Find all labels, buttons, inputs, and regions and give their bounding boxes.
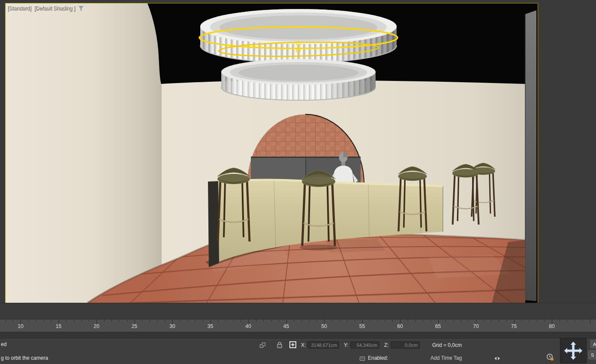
ruler-tick [142,319,142,322]
ruler-tick [430,319,431,322]
ruler-tick [172,319,173,323]
ruler-label: 25 [132,323,137,329]
ruler-label: 50 [321,323,327,329]
ruler-tick [241,319,241,322]
ruler-tick [309,319,310,322]
prompt-line: ed [1,341,6,347]
enabled-label: Enabled: [368,355,388,361]
ruler-tick [195,319,196,322]
pan-view-button[interactable] [560,338,587,363]
ruler-tick [104,319,105,322]
ruler-label: 60 [397,323,403,329]
ruler-tick [59,319,59,323]
status-bar: ed g to orbit the camera X: 3148,671cm Y… [0,339,596,364]
time-configuration-icon[interactable] [546,353,554,361]
ruler-tick [491,319,491,322]
viewport-point-of-view-label[interactable]: [Standard] [7,5,31,11]
ruler-tick [537,319,537,322]
ruler-tick [339,319,340,322]
ruler-tick [529,319,530,322]
counter-end-panel [208,181,219,267]
wall-edge[interactable] [525,10,536,301]
z-coordinate-label: Z: [384,342,389,348]
track-bar[interactable] [0,303,596,319]
ruler-tick [544,319,545,322]
ruler-tick [582,319,583,322]
ruler-tick [286,319,287,323]
ruler-tick [370,319,370,322]
viewport[interactable]: [Standard] [Default Shading ] [5,3,538,303]
ruler-label: 40 [245,323,251,329]
ruler-label: 80 [549,323,554,329]
ruler-tick [51,319,51,322]
y-coordinate-label: Y: [344,342,349,348]
ruler-tick [484,319,484,322]
viewport-canvas[interactable] [6,3,538,303]
ruler-tick [415,319,415,322]
ruler-label: 70 [473,323,479,329]
viewport-shading-label[interactable]: [Default Shading ] [34,5,75,11]
ruler-label: 15 [56,323,61,329]
ruler-tick [203,319,203,322]
ruler-tick [423,319,423,322]
timeline-divider [0,332,596,340]
ruler-tick [362,319,363,323]
ruler-tick [575,319,575,322]
ruler-tick [400,319,400,323]
ruler-tick [476,319,476,323]
absolute-mode-icon[interactable] [288,340,298,349]
ruler-tick [256,319,256,322]
ruler-tick [279,319,279,322]
ruler-tick [324,319,325,323]
ruler-label: 30 [169,323,175,329]
timeline-ruler[interactable]: 101520253035404550556065707580 [0,319,596,333]
ruler-label: 20 [93,323,99,329]
ruler-tick [499,319,499,322]
ruler-label: 10 [18,323,23,329]
ruler-tick [233,319,234,322]
key-step-arrows-icon[interactable] [493,356,501,361]
x-coordinate-field[interactable]: 3148,671cm [307,341,339,349]
isolate-selection-icon[interactable] [258,342,268,349]
ruler-tick [89,319,89,322]
ruler-tick [271,319,271,322]
ruler-tick [506,319,507,322]
ruler-tick [211,319,211,323]
ruler-tick [590,319,590,323]
ruler-tick [135,319,135,323]
ruler-tick [96,319,97,323]
truncated-button-a[interactable]: A [590,340,596,348]
ruler-label: 75 [511,323,517,329]
time-tag-icon [359,355,365,361]
truncated-button-s[interactable]: S [588,350,596,359]
ruler-tick [36,319,36,322]
ruler-tick [347,319,347,322]
ruler-tick [218,319,218,322]
ruler-tick [521,319,522,322]
ruler-tick [165,319,165,322]
z-coordinate-field[interactable]: 0,0cm [391,341,420,349]
y-coordinate-field[interactable]: 54,345cm [350,341,379,349]
selection-lock-icon[interactable] [276,341,283,349]
add-time-tag-button[interactable]: Add Time Tag [430,355,462,361]
ruler-tick [461,319,461,322]
ruler-tick [567,319,567,322]
ruler-tick [301,319,302,322]
ruler-tick [187,319,188,322]
left-curved-wall[interactable] [6,3,162,303]
ruler-tick [445,319,446,322]
ruler-tick [21,319,21,323]
ruler-tick [453,319,454,322]
ruler-tick [438,319,439,323]
grid-size-readout: Grid = 0,0cm [432,342,462,348]
ruler-tick [560,319,560,322]
ruler-tick [332,319,332,322]
ruler-tick [66,319,66,322]
ruler-tick [248,319,249,323]
application-window: [Standard] [Default Shading ] [0,0,596,364]
ruler-label: 35 [208,323,213,329]
ruler-label: 65 [435,323,441,329]
viewport-filter-icon[interactable] [78,6,84,11]
ruler-tick [150,319,150,322]
ruler-tick [13,319,13,322]
